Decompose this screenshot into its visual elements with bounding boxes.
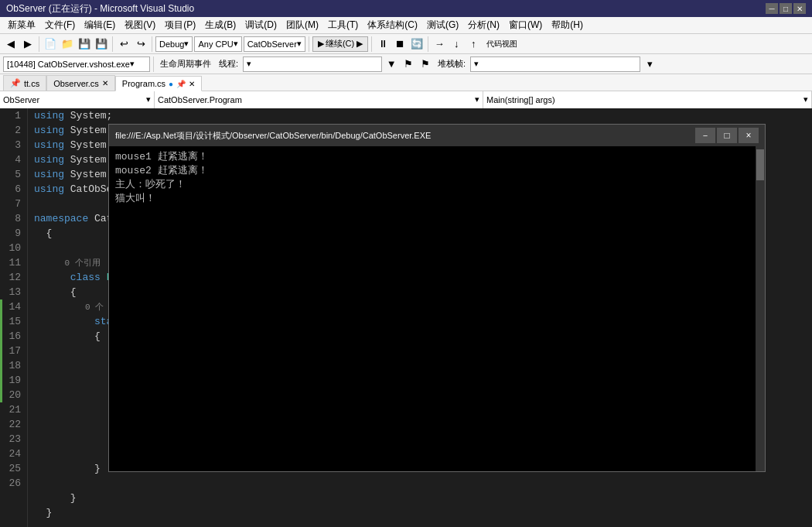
code-line-25: } (34, 491, 812, 505)
console-close-btn[interactable]: × (739, 128, 759, 143)
console-content-area: mouse1 赶紧逃离！ mouse2 赶紧逃离！ 主人：吵死了！ 猫大叫！ (109, 146, 765, 471)
console-line-1: mouse1 赶紧逃离！ (115, 149, 749, 163)
stack-label: 堆栈帧: (435, 58, 469, 70)
menu-edit[interactable]: 编辑(E) (80, 17, 120, 33)
title-bar-buttons: ─ □ ✕ (766, 3, 806, 14)
console-line-4: 猫大叫！ (115, 191, 749, 205)
sep1 (39, 36, 39, 52)
open-btn[interactable]: 📁 (60, 36, 75, 52)
console-title-bar: file:///E:/Asp.Net项目/设计模式/Observer/CatOb… (109, 125, 765, 146)
console-scrollbar[interactable] (756, 146, 765, 471)
platform-dropdown[interactable]: Any CPU ▾ (194, 36, 241, 52)
title-bar: ObServer (正在运行) - Microsoft Visual Studi… (0, 0, 812, 17)
class-dropdown[interactable]: CatObServer.Program ▾ (155, 91, 483, 108)
project-dropdown[interactable]: CatObServer ▾ (244, 36, 305, 52)
console-scrollbar-thumb (756, 149, 764, 180)
menu-file[interactable]: 文件(F) (40, 17, 80, 33)
menu-test[interactable]: 测试(G) (422, 17, 463, 33)
console-line-3: 主人：吵死了！ (115, 177, 749, 191)
nav-bar: ObServer ▾ CatObServer.Program ▾ Main(st… (0, 91, 812, 108)
menu-project[interactable]: 项目(P) (160, 17, 200, 33)
close-btn[interactable]: ✕ (793, 3, 806, 14)
sep5 (371, 36, 372, 52)
save-btn[interactable]: 💾 (77, 36, 92, 52)
filter-btn[interactable]: ▼ (384, 56, 399, 72)
sep4 (309, 36, 309, 52)
menu-newmenu[interactable]: 新菜单 (3, 17, 40, 33)
line-numbers: 1 2 3 4 5 6 7 8 9 10 11 12 13 14 15 16 1… (0, 108, 28, 527)
unsaved-indicator: ● (169, 80, 173, 88)
code-line-1: using System; (34, 108, 812, 123)
save-all-btn[interactable]: 💾 (94, 36, 109, 52)
stop-btn[interactable]: ⏹ (392, 36, 408, 52)
undo-btn[interactable]: ↩ (116, 36, 131, 52)
namespace-dropdown[interactable]: ObServer ▾ (0, 91, 155, 108)
step-over-btn[interactable]: → (432, 36, 447, 52)
code-view-btn[interactable]: 代码视图 (483, 36, 521, 52)
menu-architecture[interactable]: 体系结构(C) (363, 17, 422, 33)
restart-btn[interactable]: 🔄 (409, 36, 425, 52)
tab-program-cs[interactable]: Program.cs ● 📌 ✕ (115, 76, 202, 91)
sep3 (152, 36, 152, 52)
stack-dropdown[interactable]: ▾ (470, 56, 640, 72)
menu-analyze[interactable]: 分析(N) (463, 17, 504, 33)
code-line-26: } (34, 505, 812, 520)
lifecycle-label: 生命周期事件 (157, 58, 214, 70)
tab-area: 📌 tt.cs Observer.cs ✕ Program.cs ● 📌 ✕ (0, 74, 812, 91)
menu-build[interactable]: 生成(B) (200, 17, 241, 33)
new-file-btn[interactable]: 📄 (43, 36, 58, 52)
forward-btn[interactable]: ▶ (20, 36, 36, 52)
console-line-2: mouse2 赶紧逃离！ (115, 163, 749, 177)
menu-window[interactable]: 窗口(W) (504, 17, 547, 33)
title-text: ObServer (正在运行) - Microsoft Visual Studi… (6, 2, 766, 15)
tab-program-close[interactable]: ✕ (189, 80, 195, 88)
sep6 (428, 36, 428, 52)
debug-toolbar: [10448] CatObServer.vshost.exe ▾ 生命周期事件 … (0, 54, 812, 74)
redo-btn[interactable]: ↪ (133, 36, 148, 52)
menu-view[interactable]: 视图(V) (120, 17, 160, 33)
console-minimize-btn[interactable]: － (695, 128, 715, 143)
debug-mode-dropdown[interactable]: Debug ▾ (155, 36, 193, 52)
step-into-btn[interactable]: ↓ (449, 36, 464, 52)
thread-flag-btn[interactable]: ⚑ (418, 56, 433, 72)
flag-btn[interactable]: ⚑ (401, 56, 416, 72)
toolbar-1: ◀ ▶ 📄 📁 💾 💾 ↩ ↪ Debug ▾ Any CPU ▾ CatObS… (0, 34, 812, 54)
pause-btn[interactable]: ⏸ (375, 36, 391, 52)
menu-debug[interactable]: 调试(D) (241, 17, 281, 33)
console-maximize-btn[interactable]: □ (717, 128, 737, 143)
console-title-text: file:///E:/Asp.Net项目/设计模式/Observer/CatOb… (115, 130, 694, 142)
main-area: 1 2 3 4 5 6 7 8 9 10 11 12 13 14 15 16 1… (0, 108, 812, 527)
code-line-24 (34, 476, 812, 491)
step-out-btn[interactable]: ↑ (466, 36, 481, 52)
stack-down-btn[interactable]: ▾ (642, 56, 657, 72)
menu-bar: 新菜单 文件(F) 编辑(E) 视图(V) 项目(P) 生成(B) 调试(D) … (0, 17, 812, 34)
thread-dropdown[interactable]: ▾ (243, 56, 382, 72)
menu-help[interactable]: 帮助(H) (547, 17, 588, 33)
play-icon: ▶ (318, 39, 324, 49)
continue-btn[interactable]: ▶ 继续(C) ▶ (312, 36, 368, 52)
method-dropdown[interactable]: Main(string[] args) ▾ (483, 91, 812, 108)
tab-observer-close[interactable]: ✕ (102, 79, 108, 87)
menu-team[interactable]: 团队(M) (281, 17, 323, 33)
thread-label: 线程: (216, 58, 241, 70)
process-dropdown[interactable]: [10448] CatObServer.vshost.exe ▾ (3, 56, 150, 72)
menu-tools[interactable]: 工具(T) (323, 17, 363, 33)
tab-pin-btn[interactable]: 📌 (176, 80, 186, 88)
console-window: file:///E:/Asp.Net项目/设计模式/Observer/CatOb… (108, 124, 766, 472)
console-body: mouse1 赶紧逃离！ mouse2 赶紧逃离！ 主人：吵死了！ 猫大叫！ (109, 146, 756, 471)
sep-d1 (153, 56, 154, 72)
tab-tt-cs[interactable]: 📌 tt.cs (3, 75, 46, 91)
back-btn[interactable]: ◀ (3, 36, 19, 52)
pin-icon: 📌 (10, 78, 21, 88)
restore-btn[interactable]: □ (780, 3, 792, 14)
tab-observer-cs[interactable]: Observer.cs ✕ (46, 75, 115, 91)
minimize-btn[interactable]: ─ (766, 3, 778, 14)
sep2 (112, 36, 113, 52)
